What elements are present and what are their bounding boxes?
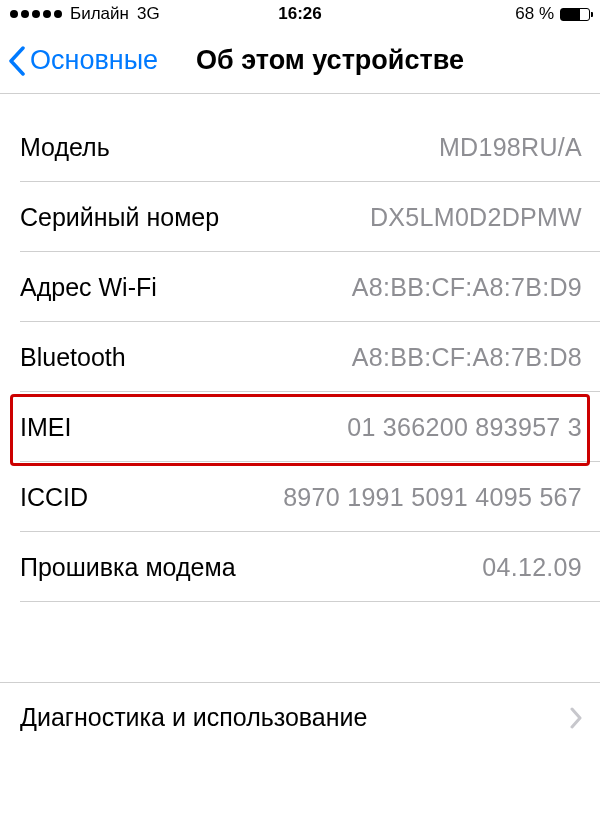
row-value: A8:BB:CF:A8:7B:D8 [352, 343, 582, 372]
row-label: Прошивка модема [20, 553, 236, 582]
row-wifi-address[interactable]: Адрес Wi-Fi A8:BB:CF:A8:7B:D9 [0, 252, 600, 322]
page-title: Об этом устройстве [196, 45, 464, 76]
row-label: Адрес Wi-Fi [20, 273, 157, 302]
row-label: Модель [20, 133, 110, 162]
row-diagnostics[interactable]: Диагностика и использование [0, 682, 600, 752]
row-label: Bluetooth [20, 343, 126, 372]
back-button[interactable]: Основные [0, 45, 158, 76]
settings-list: Модель MD198RU/A Серийный номер DX5LM0D2… [0, 94, 600, 752]
row-modem-firmware[interactable]: Прошивка модема 04.12.09 [0, 532, 600, 602]
chevron-right-icon [570, 707, 582, 729]
row-serial-number[interactable]: Серийный номер DX5LM0D2DPMW [0, 182, 600, 252]
carrier-label: Билайн [70, 4, 129, 24]
row-value: 8970 1991 5091 4095 567 [283, 483, 582, 512]
row-value: 01 366200 893957 3 [347, 413, 582, 442]
clock: 16:26 [278, 4, 321, 24]
back-label: Основные [30, 45, 158, 76]
row-label: IMEI [20, 413, 71, 442]
row-value: A8:BB:CF:A8:7B:D9 [352, 273, 582, 302]
navigation-bar: Основные Об этом устройстве [0, 28, 600, 94]
spacer [0, 602, 600, 682]
status-left: Билайн 3G [10, 4, 160, 24]
row-iccid[interactable]: ICCID 8970 1991 5091 4095 567 [0, 462, 600, 532]
row-model[interactable]: Модель MD198RU/A [0, 112, 600, 182]
chevron-left-icon [8, 46, 26, 76]
row-label: Диагностика и использование [20, 703, 367, 732]
row-value: DX5LM0D2DPMW [370, 203, 582, 232]
status-right: 68 % [515, 4, 590, 24]
row-imei[interactable]: IMEI 01 366200 893957 3 [0, 392, 600, 462]
row-label: Серийный номер [20, 203, 219, 232]
network-type: 3G [137, 4, 160, 24]
battery-icon [560, 8, 590, 21]
row-value: 04.12.09 [482, 553, 582, 582]
row-label: ICCID [20, 483, 88, 512]
battery-percent: 68 % [515, 4, 554, 24]
status-bar: Билайн 3G 16:26 68 % [0, 0, 600, 28]
signal-strength-icon [10, 10, 62, 18]
row-bluetooth[interactable]: Bluetooth A8:BB:CF:A8:7B:D8 [0, 322, 600, 392]
row-value: MD198RU/A [439, 133, 582, 162]
